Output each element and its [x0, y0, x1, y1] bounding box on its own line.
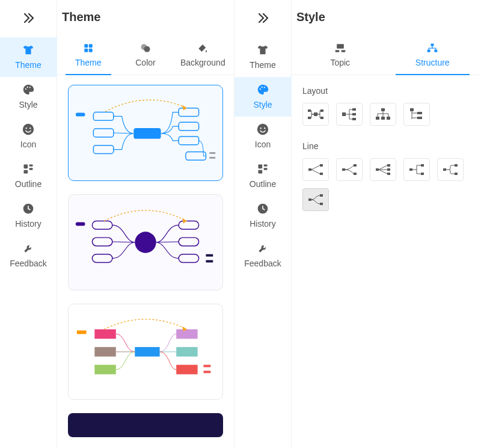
svg-rect-67	[435, 50, 438, 52]
theme-card-purple[interactable]	[68, 194, 223, 290]
rail-item-feedback[interactable]: Feedback	[234, 236, 292, 275]
svg-rect-72	[320, 117, 323, 119]
smile-icon	[22, 123, 35, 136]
structure-icon	[426, 42, 438, 54]
section-title: Layout	[302, 86, 470, 96]
svg-rect-21	[76, 113, 85, 117]
svg-point-54	[257, 124, 268, 135]
svg-rect-66	[427, 50, 430, 52]
tab-background[interactable]: Background	[174, 34, 231, 75]
palette-icon	[256, 83, 269, 96]
rail-item-style[interactable]: Style	[0, 77, 57, 117]
style-tabs: Topic Structure	[292, 34, 481, 75]
svg-rect-30	[92, 221, 112, 230]
rail-item-label: Theme	[15, 60, 41, 70]
svg-rect-101	[320, 194, 323, 197]
svg-rect-8	[29, 168, 33, 170]
svg-rect-86	[320, 173, 323, 175]
rail-item-outline[interactable]: Outline	[234, 156, 292, 196]
palette-icon	[22, 83, 35, 96]
svg-rect-45	[176, 347, 197, 357]
theme-card-dark[interactable]	[68, 413, 223, 437]
svg-rect-97	[443, 168, 446, 171]
tab-theme[interactable]: Theme	[60, 34, 117, 75]
svg-point-16	[144, 46, 150, 52]
rail-item-label: Outline	[15, 179, 41, 189]
line-option-4[interactable]	[403, 158, 430, 181]
style-content-header: Style	[292, 0, 481, 34]
rail-item-theme[interactable]: Theme	[0, 37, 57, 77]
svg-point-2	[29, 87, 31, 88]
layout-org-icon	[374, 107, 392, 121]
svg-rect-93	[387, 173, 390, 175]
svg-rect-82	[417, 112, 422, 114]
rail-item-outline[interactable]: Outline	[0, 156, 57, 196]
svg-rect-34	[179, 221, 198, 230]
smile-icon	[256, 123, 269, 136]
svg-rect-58	[264, 165, 268, 167]
paint-bucket-icon	[197, 42, 209, 54]
svg-rect-94	[409, 168, 412, 171]
svg-rect-80	[387, 117, 390, 120]
rail-item-history[interactable]: History	[0, 196, 57, 236]
outline-icon	[256, 162, 269, 176]
line-options	[302, 158, 470, 211]
tab-color[interactable]: Color	[117, 34, 174, 75]
tab-topic[interactable]: Topic	[294, 34, 387, 75]
line-option-6[interactable]	[302, 188, 329, 211]
svg-rect-70	[308, 117, 311, 119]
svg-rect-42	[94, 347, 115, 357]
svg-point-0	[25, 88, 26, 90]
svg-rect-47	[77, 331, 87, 334]
theme-tabs: Theme Color Background	[57, 34, 234, 75]
layout-option-both[interactable]	[302, 103, 329, 126]
theme-card-colorful[interactable]	[68, 304, 223, 400]
svg-rect-43	[94, 365, 115, 375]
svg-rect-99	[455, 173, 458, 175]
svg-rect-6	[24, 165, 28, 169]
svg-rect-41	[94, 330, 115, 339]
svg-rect-63	[335, 50, 339, 52]
svg-rect-88	[354, 164, 357, 167]
svg-rect-11	[84, 44, 88, 48]
layout-right-icon	[340, 107, 358, 121]
rail-item-icon[interactable]: Icon	[234, 117, 292, 156]
svg-rect-57	[259, 165, 263, 169]
chevrons-right-icon	[21, 11, 35, 25]
svg-point-52	[262, 87, 263, 88]
svg-rect-62	[337, 44, 344, 49]
rail-item-feedback[interactable]: Feedback	[0, 236, 57, 275]
rail-item-style[interactable]: Style	[234, 77, 292, 117]
svg-point-56	[264, 127, 265, 129]
collapse-left-button[interactable]	[15, 5, 41, 31]
line-option-3[interactable]	[370, 158, 396, 181]
collapse-right-button[interactable]	[250, 5, 276, 31]
tab-structure[interactable]: Structure	[387, 34, 479, 75]
svg-rect-31	[92, 238, 112, 246]
svg-rect-74	[352, 108, 356, 111]
layout-option-right[interactable]	[336, 103, 363, 126]
svg-marker-39	[182, 218, 187, 224]
style-panel: Theme Style Icon Outline History	[234, 0, 481, 448]
rail-item-icon[interactable]: Icon	[0, 117, 57, 156]
svg-rect-35	[179, 238, 198, 246]
svg-rect-9	[24, 170, 28, 174]
svg-rect-68	[314, 112, 317, 116]
tshirt-icon	[22, 43, 35, 57]
rail-item-theme[interactable]: Theme	[234, 37, 292, 77]
line-option-1[interactable]	[302, 158, 329, 181]
svg-marker-28	[182, 105, 187, 111]
svg-rect-59	[264, 168, 268, 170]
layout-option-org[interactable]	[370, 103, 396, 126]
line-option-5[interactable]	[437, 158, 464, 181]
svg-rect-32	[92, 254, 112, 263]
overlap-circles-icon	[139, 42, 152, 54]
theme-cards-list	[57, 75, 234, 448]
theme-card-blue[interactable]	[68, 85, 223, 181]
rail-item-label: History	[15, 219, 41, 229]
rail-item-history[interactable]: History	[234, 196, 292, 236]
layout-options	[302, 103, 470, 126]
svg-rect-75	[352, 113, 356, 115]
layout-option-tree-right[interactable]	[403, 103, 430, 126]
line-option-2[interactable]	[336, 158, 363, 181]
